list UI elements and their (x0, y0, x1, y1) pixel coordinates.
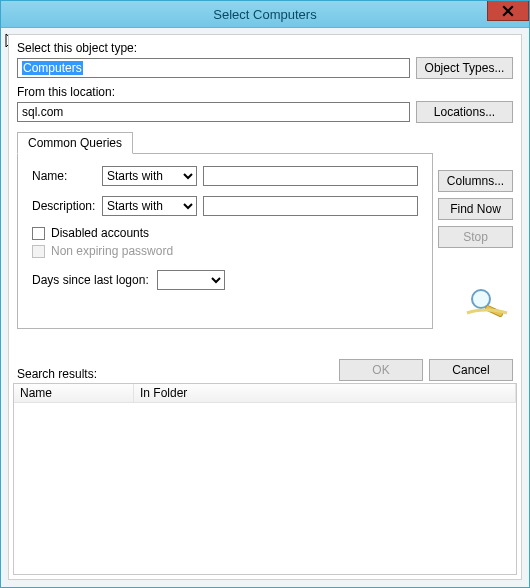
search-results-list[interactable]: Name In Folder (13, 383, 517, 575)
dialog-window: Select Computers Select this object type… (0, 0, 530, 588)
close-icon (502, 5, 514, 17)
column-header-folder[interactable]: In Folder (134, 384, 516, 402)
object-types-button[interactable]: Object Types... (416, 57, 513, 79)
non-expiring-label: Non expiring password (51, 244, 173, 258)
description-label: Description: (32, 199, 102, 213)
location-value: sql.com (22, 105, 63, 119)
days-since-logon-label: Days since last logon: (32, 273, 149, 287)
tab-common-queries[interactable]: Common Queries (17, 132, 133, 154)
title-bar[interactable]: Select Computers (1, 1, 529, 28)
name-label: Name: (32, 169, 102, 183)
close-button[interactable] (487, 1, 529, 21)
common-queries-panel: Name: Starts with Description: Starts wi… (17, 153, 433, 329)
name-input[interactable] (203, 166, 418, 186)
locations-button[interactable]: Locations... (416, 101, 513, 123)
description-mode-select[interactable]: Starts with (102, 196, 197, 216)
location-field[interactable]: sql.com (17, 102, 410, 122)
days-since-logon-select[interactable] (157, 270, 225, 290)
search-decoration-icon (465, 285, 509, 317)
client-area: Select this object type: Computers Objec… (8, 34, 522, 580)
find-now-button[interactable]: Find Now (438, 198, 513, 220)
results-header-row: Name In Folder (14, 384, 516, 403)
disabled-accounts-label: Disabled accounts (51, 226, 149, 240)
object-type-field[interactable]: Computers (17, 58, 410, 78)
stop-button: Stop (438, 226, 513, 248)
description-input[interactable] (203, 196, 418, 216)
cancel-button[interactable]: Cancel (429, 359, 513, 381)
disabled-accounts-checkbox[interactable] (32, 227, 45, 240)
window-title: Select Computers (213, 7, 316, 22)
non-expiring-checkbox (32, 245, 45, 258)
columns-button[interactable]: Columns... (438, 170, 513, 192)
ok-button: OK (339, 359, 423, 381)
location-label: From this location: (17, 85, 513, 99)
object-type-value: Computers (22, 61, 83, 75)
object-type-label: Select this object type: (17, 41, 513, 55)
name-mode-select[interactable]: Starts with (102, 166, 197, 186)
column-header-name[interactable]: Name (14, 384, 134, 402)
search-results-label: Search results: (17, 367, 97, 381)
